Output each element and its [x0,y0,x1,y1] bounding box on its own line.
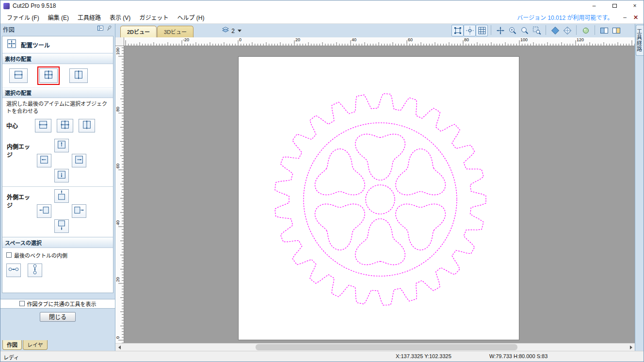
statusbar: レディ X:137.3325 Y:102.3325 W:79.733 H:80.… [0,351,644,362]
tab-toolpaths[interactable]: 工具経路 [636,25,644,56]
shade-icon-button[interactable] [549,25,561,36]
common-tools-checkbox[interactable] [19,301,25,306]
align-mat-h-button[interactable] [9,68,28,83]
scroll-right-button[interactable] [627,344,635,351]
horizontal-scrollbar[interactable] [115,343,635,351]
inside-last-vector-label: 最後のベクトルの内側 [14,251,67,259]
svg-text:0: 0 [115,336,120,339]
pin-panel-icon[interactable] [106,25,113,33]
outer-right-button[interactable] [72,204,86,218]
space-selection-body: 最後のベクトルの内側 [2,248,113,293]
titlebar[interactable]: Cut2D Pro 9.518 – × [0,0,644,11]
svg-text:100: 100 [520,37,528,42]
menu-file[interactable]: ファイル (F) [2,11,44,23]
dock-panel-icon[interactable] [97,25,104,33]
space-vertical-button[interactable] [28,263,42,277]
gear-vectors[interactable] [239,57,520,341]
drawing-panel: 作図 配置ツール 素材の配置 選択の配置 選択した最後のアイテムに選択オブジェク… [0,24,115,351]
align-mat-v-icon [73,69,84,82]
material-alignment-buttons [2,64,113,87]
inner-left-button[interactable] [37,154,51,167]
menu-toolpaths[interactable]: 工具経路 [73,11,105,23]
drawing-panel-title: 作図 [3,25,95,33]
align-mat-center-button[interactable] [39,68,58,83]
selection-alignment-header: 選択の配置 [2,87,113,98]
tab-drawing[interactable]: 作図 [2,340,22,350]
snap-guides-icon-button[interactable] [464,25,476,36]
menu-gadgets[interactable]: ガジェット [135,11,173,23]
align-mat-v-button[interactable] [69,68,88,83]
light-icon-button[interactable] [580,25,592,36]
outer-edge-label: 外側エッジ [4,189,35,234]
scroll-left-button[interactable] [115,344,123,351]
alignment-tool-icon [6,38,17,51]
align-center-h-icon [38,119,48,132]
close-button[interactable]: 閉じる [40,312,76,322]
horizontal-ruler[interactable]: -20020406080100120 [124,37,635,46]
zoom-box-icon-button[interactable] [531,25,543,36]
pan-icon-button[interactable] [494,25,506,36]
align-mat-h-icon [13,69,24,82]
common-tools-row: 作図タブに共通の工具を表示 [0,299,115,309]
tab-2d-view[interactable]: 2Dビュー [120,26,157,37]
material-sheet[interactable] [238,56,519,340]
outer-bottom-button[interactable] [54,219,69,233]
menu-view[interactable]: 表示 (V) [105,11,135,23]
zoom-icon-button[interactable] [518,25,531,36]
alignment-tool-title: 配置ツール [21,41,50,49]
window-close-button[interactable]: × [626,0,644,11]
layer-value: 2 [231,28,235,34]
align-center-h-button[interactable] [35,119,51,132]
selection-alignment-description: 選択した最後のアイテムに選択オブジェクトを合わせる [2,98,113,117]
window-maximize-button[interactable] [606,0,623,11]
panel-minimize-icon[interactable]: – [620,14,630,21]
svg-text:-20: -20 [183,37,189,42]
scrollbar-thumb[interactable] [256,344,517,350]
window-minimize-button[interactable]: – [585,0,603,11]
inside-last-vector-checkbox[interactable] [6,252,12,258]
menu-help[interactable]: ヘルプ (H) [173,11,209,23]
tab-3d-view[interactable]: 3Dビュー [157,26,193,37]
drawing-canvas[interactable] [124,46,635,343]
grid-icon-button[interactable] [476,25,488,36]
outer-top-icon [56,190,67,202]
vertical-ruler[interactable]: 100806040200 [115,46,124,343]
panel-close-icon[interactable]: ✕ [630,14,642,21]
inner-bottom-button[interactable] [54,169,69,182]
align-center-v-button[interactable] [79,119,95,132]
snap-geometry-icon-button[interactable] [451,25,464,36]
status-selection-size: W:79.733 H:80.000 S:83 [489,353,547,359]
svg-text:60: 60 [408,37,413,42]
svg-text:80: 80 [464,37,469,42]
tab-layers[interactable]: レイヤ [23,340,48,350]
space-horizontal-button[interactable] [6,263,21,277]
inner-edge-buttons [35,138,88,183]
pane-left-icon-button[interactable] [598,25,610,36]
outer-left-button[interactable] [37,204,51,218]
status-cursor-position: X:137.3325 Y:102.3325 [396,353,451,359]
align-mat-center-icon [43,69,54,82]
inner-right-button[interactable] [72,154,86,167]
version-update-link[interactable]: バージョン 10.012 が利用可能です。 [517,13,613,21]
align-center-v-icon [81,119,92,132]
svg-text:100: 100 [115,48,120,55]
align-center-both-button[interactable] [57,119,73,132]
panel-bottom-tabs: 作図 レイヤ [0,340,115,351]
zoom-in-icon-button[interactable] [506,25,518,36]
space-selection-header: スペースの選択 [2,237,113,248]
toolbar-separator [595,25,595,35]
inner-edge-block: 内側エッジ [2,136,113,187]
layers-icon [222,26,229,35]
pane-split-icon-button[interactable] [610,25,622,36]
window-title: Cut2D Pro 9.518 [13,2,582,9]
menu-edit[interactable]: 編集 (E) [44,11,73,23]
alignment-tool-card: 配置ツール 素材の配置 選択の配置 選択した最後のアイテムに選択オブジェクトを合… [2,36,113,293]
space-selection-buttons [6,261,109,277]
svg-text:120: 120 [577,37,584,42]
wireframe-icon-button[interactable] [561,25,573,36]
inner-top-button[interactable] [54,139,69,152]
layer-selector[interactable]: 2 [222,26,242,35]
svg-text:40: 40 [115,220,120,225]
outer-top-button[interactable] [54,189,69,203]
common-tools-label: 作図タブに共通の工具を表示 [27,300,97,308]
